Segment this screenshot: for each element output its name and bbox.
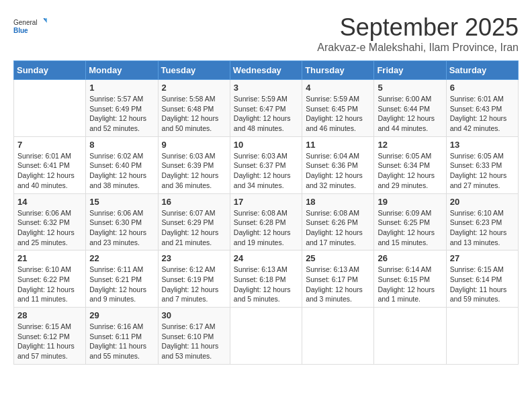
day-number: 5 xyxy=(378,83,442,93)
calendar-cell: 10Sunrise: 6:03 AM Sunset: 6:37 PM Dayli… xyxy=(230,136,302,193)
day-info: Sunrise: 6:13 AM Sunset: 6:17 PM Dayligh… xyxy=(306,265,370,304)
calendar-cell xyxy=(446,308,518,365)
calendar-cell: 5Sunrise: 6:00 AM Sunset: 6:44 PM Daylig… xyxy=(374,80,446,137)
calendar-cell: 6Sunrise: 6:01 AM Sunset: 6:43 PM Daylig… xyxy=(446,80,518,137)
day-info: Sunrise: 6:08 AM Sunset: 6:28 PM Dayligh… xyxy=(234,208,298,248)
day-info: Sunrise: 6:05 AM Sunset: 6:34 PM Dayligh… xyxy=(378,151,442,191)
day-number: 8 xyxy=(89,140,154,150)
day-number: 20 xyxy=(450,197,515,207)
day-info: Sunrise: 6:13 AM Sunset: 6:18 PM Dayligh… xyxy=(234,265,298,304)
day-info: Sunrise: 6:14 AM Sunset: 6:15 PM Dayligh… xyxy=(378,265,442,304)
day-header-friday: Friday xyxy=(374,61,446,80)
day-number: 14 xyxy=(17,197,82,207)
day-info: Sunrise: 6:02 AM Sunset: 6:40 PM Dayligh… xyxy=(89,151,154,191)
svg-text:Blue: Blue xyxy=(13,27,28,34)
day-info: Sunrise: 6:08 AM Sunset: 6:26 PM Dayligh… xyxy=(306,208,370,248)
calendar-cell: 4Sunrise: 5:59 AM Sunset: 6:45 PM Daylig… xyxy=(302,80,374,137)
calendar-cell: 13Sunrise: 6:05 AM Sunset: 6:33 PM Dayli… xyxy=(446,136,518,193)
day-number: 7 xyxy=(17,140,82,150)
week-row-5: 28Sunrise: 6:15 AM Sunset: 6:12 PM Dayli… xyxy=(14,308,519,365)
day-info: Sunrise: 6:16 AM Sunset: 6:11 PM Dayligh… xyxy=(89,322,154,361)
location: Arakvaz-e Malekshahi, Ilam Province, Ira… xyxy=(317,42,519,54)
day-info: Sunrise: 6:06 AM Sunset: 6:30 PM Dayligh… xyxy=(89,208,154,248)
logo-svg: General Blue xyxy=(13,13,47,40)
day-header-wednesday: Wednesday xyxy=(230,61,302,80)
svg-text:General: General xyxy=(13,19,38,26)
calendar-cell: 20Sunrise: 6:10 AM Sunset: 6:23 PM Dayli… xyxy=(446,193,518,250)
day-header-saturday: Saturday xyxy=(446,61,518,80)
day-info: Sunrise: 5:58 AM Sunset: 6:48 PM Dayligh… xyxy=(162,94,226,134)
day-number: 10 xyxy=(234,140,298,150)
day-number: 11 xyxy=(306,140,370,150)
title-block: September 2025 Arakvaz-e Malekshahi, Ila… xyxy=(317,13,519,54)
calendar-cell xyxy=(302,308,374,365)
day-number: 15 xyxy=(89,197,154,207)
day-number: 25 xyxy=(306,253,370,263)
page-header: General Blue September 2025 Arakvaz-e Ma… xyxy=(13,13,519,54)
calendar-cell: 14Sunrise: 6:06 AM Sunset: 6:32 PM Dayli… xyxy=(14,193,86,250)
day-number: 26 xyxy=(378,253,442,263)
day-header-sunday: Sunday xyxy=(14,61,86,80)
day-number: 9 xyxy=(162,140,226,150)
calendar-cell: 8Sunrise: 6:02 AM Sunset: 6:40 PM Daylig… xyxy=(86,136,158,193)
calendar-cell: 29Sunrise: 6:16 AM Sunset: 6:11 PM Dayli… xyxy=(86,308,158,365)
month-title: September 2025 xyxy=(317,13,519,42)
week-row-4: 21Sunrise: 6:10 AM Sunset: 6:22 PM Dayli… xyxy=(14,250,519,308)
days-header-row: SundayMondayTuesdayWednesdayThursdayFrid… xyxy=(14,61,519,80)
calendar-cell xyxy=(230,308,302,365)
day-number: 1 xyxy=(89,83,154,93)
calendar-cell xyxy=(374,308,446,365)
day-info: Sunrise: 6:04 AM Sunset: 6:36 PM Dayligh… xyxy=(306,151,370,191)
day-number: 13 xyxy=(450,140,515,150)
day-number: 17 xyxy=(234,197,298,207)
day-header-tuesday: Tuesday xyxy=(158,61,230,80)
day-info: Sunrise: 5:57 AM Sunset: 6:49 PM Dayligh… xyxy=(89,94,154,134)
calendar-cell: 9Sunrise: 6:03 AM Sunset: 6:39 PM Daylig… xyxy=(158,136,230,193)
calendar-cell: 24Sunrise: 6:13 AM Sunset: 6:18 PM Dayli… xyxy=(230,250,302,308)
day-header-monday: Monday xyxy=(86,61,158,80)
day-info: Sunrise: 5:59 AM Sunset: 6:45 PM Dayligh… xyxy=(306,94,370,134)
day-info: Sunrise: 6:07 AM Sunset: 6:29 PM Dayligh… xyxy=(162,208,226,248)
calendar-cell: 23Sunrise: 6:12 AM Sunset: 6:19 PM Dayli… xyxy=(158,250,230,308)
calendar-cell: 2Sunrise: 5:58 AM Sunset: 6:48 PM Daylig… xyxy=(158,80,230,137)
day-number: 24 xyxy=(234,253,298,263)
calendar-cell: 12Sunrise: 6:05 AM Sunset: 6:34 PM Dayli… xyxy=(374,136,446,193)
calendar-cell: 7Sunrise: 6:01 AM Sunset: 6:41 PM Daylig… xyxy=(14,136,86,193)
calendar-cell: 21Sunrise: 6:10 AM Sunset: 6:22 PM Dayli… xyxy=(14,250,86,308)
calendar-cell: 28Sunrise: 6:15 AM Sunset: 6:12 PM Dayli… xyxy=(14,308,86,365)
calendar-cell: 27Sunrise: 6:15 AM Sunset: 6:14 PM Dayli… xyxy=(446,250,518,308)
day-number: 23 xyxy=(162,253,226,263)
day-number: 22 xyxy=(89,253,154,263)
week-row-3: 14Sunrise: 6:06 AM Sunset: 6:32 PM Dayli… xyxy=(14,193,519,250)
calendar-cell: 3Sunrise: 5:59 AM Sunset: 6:47 PM Daylig… xyxy=(230,80,302,137)
day-header-thursday: Thursday xyxy=(302,61,374,80)
day-number: 12 xyxy=(378,140,442,150)
day-info: Sunrise: 6:03 AM Sunset: 6:39 PM Dayligh… xyxy=(162,151,226,191)
day-number: 27 xyxy=(450,253,515,263)
day-info: Sunrise: 6:15 AM Sunset: 6:14 PM Dayligh… xyxy=(450,265,515,304)
calendar-cell: 18Sunrise: 6:08 AM Sunset: 6:26 PM Dayli… xyxy=(302,193,374,250)
calendar-cell: 26Sunrise: 6:14 AM Sunset: 6:15 PM Dayli… xyxy=(374,250,446,308)
day-number: 18 xyxy=(306,197,370,207)
calendar-table: SundayMondayTuesdayWednesdayThursdayFrid… xyxy=(13,60,519,365)
day-info: Sunrise: 6:01 AM Sunset: 6:41 PM Dayligh… xyxy=(17,151,82,191)
calendar-cell: 25Sunrise: 6:13 AM Sunset: 6:17 PM Dayli… xyxy=(302,250,374,308)
day-info: Sunrise: 6:11 AM Sunset: 6:21 PM Dayligh… xyxy=(89,265,154,304)
calendar-cell xyxy=(14,80,86,137)
calendar-cell: 1Sunrise: 5:57 AM Sunset: 6:49 PM Daylig… xyxy=(86,80,158,137)
day-info: Sunrise: 5:59 AM Sunset: 6:47 PM Dayligh… xyxy=(234,94,298,134)
day-info: Sunrise: 6:15 AM Sunset: 6:12 PM Dayligh… xyxy=(17,322,82,361)
day-number: 6 xyxy=(450,83,515,93)
day-number: 21 xyxy=(17,253,82,263)
calendar-cell: 15Sunrise: 6:06 AM Sunset: 6:30 PM Dayli… xyxy=(86,193,158,250)
day-info: Sunrise: 6:05 AM Sunset: 6:33 PM Dayligh… xyxy=(450,151,515,191)
day-number: 28 xyxy=(17,310,82,320)
day-number: 2 xyxy=(162,83,226,93)
week-row-1: 1Sunrise: 5:57 AM Sunset: 6:49 PM Daylig… xyxy=(14,80,519,137)
calendar-cell: 11Sunrise: 6:04 AM Sunset: 6:36 PM Dayli… xyxy=(302,136,374,193)
day-number: 19 xyxy=(378,197,442,207)
day-number: 30 xyxy=(162,310,226,320)
day-info: Sunrise: 6:03 AM Sunset: 6:37 PM Dayligh… xyxy=(234,151,298,191)
day-info: Sunrise: 6:06 AM Sunset: 6:32 PM Dayligh… xyxy=(17,208,82,248)
day-info: Sunrise: 6:09 AM Sunset: 6:25 PM Dayligh… xyxy=(378,208,442,248)
